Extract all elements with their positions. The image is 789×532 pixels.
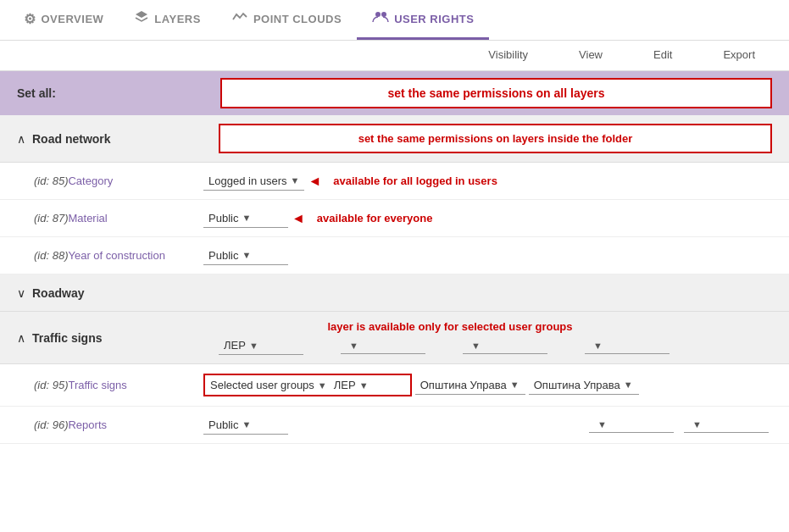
nav-layers-label: LAYERS xyxy=(154,13,201,25)
layer-category-visibility-dropdown[interactable]: Logged in users ▼ xyxy=(203,172,304,191)
roadway-title: Roadway xyxy=(32,286,202,300)
chevron-down-icon: ▼ xyxy=(291,175,300,186)
layer-reports-link[interactable]: Reports xyxy=(68,418,107,431)
layer-traffic-signs-label: (id: 95)Traffic signs xyxy=(34,379,203,391)
reports-edit-dropdown[interactable]: ▼ xyxy=(589,417,674,433)
layer-material-visibility-dropdown[interactable]: Public ▼ xyxy=(203,209,288,228)
road-network-title: Road network xyxy=(32,132,202,146)
layer-row-material: (id: 87)Material Public ▼ ◄ available fo… xyxy=(0,200,789,237)
arrow-left-icon: ◄ xyxy=(308,174,321,189)
material-annotation: available for everyone xyxy=(317,212,433,224)
layer-row-traffic-signs: (id: 95)Traffic signs Selected user grou… xyxy=(0,364,789,407)
roadway-toggle[interactable]: ∨ xyxy=(17,286,25,300)
layer-year-label: (id: 88)Year of construction xyxy=(34,249,203,262)
roadway-section-header: ∨ Roadway xyxy=(0,274,789,312)
layer-row-reports: (id: 96)Reports Public ▼ ▼ ▼ xyxy=(0,407,789,444)
layer-material-link[interactable]: Material xyxy=(68,212,107,224)
chevron-down-icon: ▼ xyxy=(597,419,607,429)
user-rights-icon xyxy=(372,10,389,27)
traffic-signs-edit-dropdown[interactable]: Општина Управа ▼ xyxy=(415,376,525,395)
top-navigation: ⚙ OVERVIEW LAYERS POINT CLOUDS xyxy=(0,0,789,41)
nav-overview-label: OVERVIEW xyxy=(42,13,104,25)
chevron-down-icon: ▼ xyxy=(349,341,358,351)
layer-year-link[interactable]: Year of construction xyxy=(68,249,164,262)
layer-year-visibility-dropdown[interactable]: Public ▼ xyxy=(203,247,288,265)
chevron-down-icon: ▼ xyxy=(242,419,251,429)
sub-nav-export[interactable]: Export xyxy=(697,41,781,70)
layer-row-year: (id: 88)Year of construction Public ▼ xyxy=(0,237,789,274)
sub-nav-view[interactable]: View xyxy=(553,41,628,70)
traffic-signs-section-header: ∧ Traffic signs layer is available only … xyxy=(0,312,789,364)
nav-layers[interactable]: LAYERS xyxy=(119,0,216,40)
sub-nav-visibility[interactable]: Visibility xyxy=(463,41,553,70)
chevron-down-icon: ▼ xyxy=(318,380,327,391)
traffic-signs-header-dropdown-4[interactable]: ▼ xyxy=(585,338,670,354)
svg-point-0 xyxy=(375,12,381,17)
traffic-signs-annotation: layer is available only for selected use… xyxy=(327,320,572,333)
chevron-down-icon: ▼ xyxy=(242,213,251,223)
sub-navigation: Visibility View Edit Export xyxy=(0,41,789,71)
sub-nav-export-label: Export xyxy=(723,48,755,61)
layer-material-label: (id: 87)Material xyxy=(34,212,203,224)
sub-nav-visibility-label: Visibility xyxy=(488,48,528,61)
traffic-signs-view-dropdown[interactable]: ЛЕР ▼ xyxy=(334,379,402,391)
nav-user-rights[interactable]: USER RIGHTS xyxy=(357,0,489,40)
chevron-down-icon: ▼ xyxy=(510,380,520,390)
layer-reports-label: (id: 96)Reports xyxy=(34,418,203,431)
chevron-down-icon: ▼ xyxy=(359,380,369,391)
traffic-signs-selected-group-box: Selected user groups ▼ ЛЕР ▼ xyxy=(203,374,412,396)
chevron-down-icon: ▼ xyxy=(471,341,481,351)
traffic-signs-header-dropdown-2[interactable]: ▼ xyxy=(341,338,425,354)
chevron-down-icon: ▼ xyxy=(593,341,603,351)
reports-export-dropdown[interactable]: ▼ xyxy=(684,417,769,433)
traffic-signs-title: Traffic signs xyxy=(32,331,202,345)
reports-visibility-dropdown[interactable]: Public ▼ xyxy=(203,416,288,435)
chevron-down-icon: ▼ xyxy=(692,419,702,429)
set-all-row: Set all: set the same permissions on all… xyxy=(0,71,789,115)
nav-overview[interactable]: ⚙ OVERVIEW xyxy=(8,0,119,40)
set-all-label: Set all: xyxy=(17,86,220,100)
main-content: Set all: set the same permissions on all… xyxy=(0,71,789,444)
overview-icon: ⚙ xyxy=(24,11,36,27)
svg-point-1 xyxy=(381,12,386,17)
traffic-signs-header-dropdown-1[interactable]: ЛЕР ▼ xyxy=(219,336,303,355)
traffic-signs-toggle[interactable]: ∧ xyxy=(17,331,25,345)
nav-point-clouds-label: POINT CLOUDS xyxy=(253,13,342,25)
chevron-down-icon: ▼ xyxy=(242,250,251,260)
layer-category-label: (id: 85)Category xyxy=(34,175,203,187)
sub-nav-view-label: View xyxy=(579,48,603,61)
traffic-signs-visibility-dropdown[interactable]: Selected user groups ▼ xyxy=(210,379,327,391)
chevron-down-icon: ▼ xyxy=(249,341,258,351)
road-network-toggle[interactable]: ∧ xyxy=(17,132,25,146)
road-network-section-header: ∧ Road network set the same permissions … xyxy=(0,115,789,163)
point-clouds-icon xyxy=(231,11,248,26)
road-network-permission-box[interactable]: set the same permissions on layers insid… xyxy=(219,124,772,153)
set-all-permission-box[interactable]: set the same permissions on all layers xyxy=(220,78,772,108)
traffic-signs-header-dropdown-3[interactable]: ▼ xyxy=(463,338,547,354)
layers-icon xyxy=(134,9,149,28)
layer-category-link[interactable]: Category xyxy=(68,175,113,187)
layer-traffic-signs-link[interactable]: Traffic signs xyxy=(68,379,126,391)
traffic-signs-export-dropdown[interactable]: Општина Управа ▼ xyxy=(529,376,639,395)
sub-nav-edit-label: Edit xyxy=(653,48,672,61)
arrow-left-icon: ◄ xyxy=(292,211,305,226)
category-annotation: available for all logged in users xyxy=(333,175,497,187)
nav-user-rights-label: USER RIGHTS xyxy=(394,13,474,25)
sub-nav-edit[interactable]: Edit xyxy=(628,41,697,70)
nav-point-clouds[interactable]: POINT CLOUDS xyxy=(216,0,357,40)
layer-row-category: (id: 85)Category Logged in users ▼ ◄ ava… xyxy=(0,163,789,200)
chevron-down-icon: ▼ xyxy=(624,380,633,390)
